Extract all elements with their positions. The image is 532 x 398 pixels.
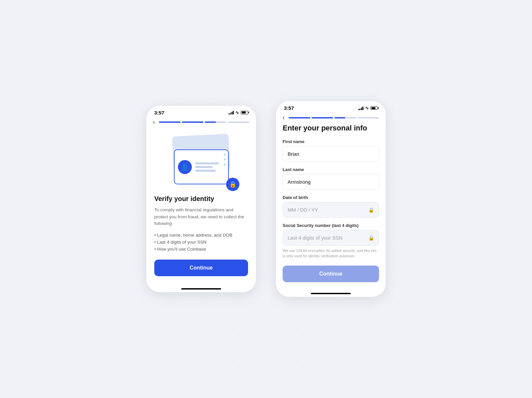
id-line-3 bbox=[195, 170, 216, 172]
ssn-label: Social Security number (last 4 digits) bbox=[283, 223, 379, 228]
battery-icon bbox=[241, 111, 248, 114]
last-name-input[interactable]: Armstrong bbox=[283, 174, 379, 190]
continue-button-2[interactable]: Continue bbox=[283, 266, 379, 282]
checkmark-2: ✓ bbox=[223, 158, 226, 161]
dob-placeholder: MM / DD / YY bbox=[288, 207, 318, 213]
progress-seg-4 bbox=[228, 121, 249, 123]
verify-title: Verify your identity bbox=[154, 195, 248, 203]
lock-badge-icon: 🔒 bbox=[226, 178, 239, 191]
status-bar-2: 3:57 ∿ bbox=[276, 101, 386, 113]
bullet-2: • Last 4 digits of your SSN bbox=[154, 240, 248, 245]
ssn-input[interactable]: Last 4 digits of your SSN 🔒 bbox=[283, 230, 379, 246]
checkmark-1: ✓ bbox=[223, 153, 226, 156]
phone-1: 3:57 ∿ ‹ 👤 bbox=[146, 106, 256, 293]
progress-bar-1 bbox=[159, 121, 249, 123]
bullet-list: • Legal name, home address, and DOB • La… bbox=[154, 233, 248, 252]
status-bar-1: 3:57 ∿ bbox=[146, 106, 256, 117]
id-card: 👤 ✓ ✓ ✓ bbox=[174, 149, 229, 184]
signal-icon-2 bbox=[358, 106, 364, 110]
time-2: 3:57 bbox=[284, 105, 294, 111]
time-1: 3:57 bbox=[154, 110, 164, 115]
id-line-2 bbox=[195, 166, 213, 168]
progress-seg-2-3 bbox=[334, 117, 356, 118]
form-title: Enter your personal info bbox=[283, 124, 379, 132]
bullet-3: • How you'll use Coinbase bbox=[154, 247, 248, 252]
progress-seg-3 bbox=[205, 121, 226, 123]
first-name-label: First name bbox=[283, 139, 379, 144]
id-line-1 bbox=[195, 162, 219, 164]
continue-button-1[interactable]: Continue bbox=[154, 260, 248, 276]
progress-row-2: ‹ bbox=[276, 113, 386, 124]
bullet-1: • Legal name, home address, and DOB bbox=[154, 233, 248, 238]
progress-bar-2 bbox=[289, 117, 379, 118]
status-icons-2: ∿ bbox=[358, 105, 378, 110]
ssn-lock-icon: 🔒 bbox=[368, 235, 374, 241]
home-indicator-1 bbox=[181, 288, 221, 290]
security-note: We use 128-bit encryption for added secu… bbox=[283, 248, 379, 259]
phone-2: 3:57 ∿ ‹ Enter your personal info First … bbox=[276, 101, 386, 297]
progress-seg-2-4 bbox=[357, 117, 379, 118]
battery-icon-2 bbox=[370, 106, 378, 110]
wifi-icon: ∿ bbox=[235, 110, 239, 115]
progress-seg-2 bbox=[182, 121, 203, 123]
phone-1-content: Verify your identity To comply with fina… bbox=[146, 195, 256, 285]
status-icons-1: ∿ bbox=[228, 110, 248, 115]
dob-label: Date of birth bbox=[283, 195, 379, 200]
progress-row-1: ‹ bbox=[146, 117, 256, 128]
last-name-value: Armstrong bbox=[288, 179, 311, 185]
back-button-2[interactable]: ‹ bbox=[283, 114, 285, 121]
dob-lock-icon: 🔒 bbox=[368, 207, 374, 213]
progress-seg-2-1 bbox=[289, 117, 310, 118]
progress-seg-2-2 bbox=[312, 117, 333, 118]
dob-input[interactable]: MM / DD / YY 🔒 bbox=[283, 202, 379, 218]
first-name-input[interactable]: Brian bbox=[283, 146, 379, 162]
wifi-icon-2: ∿ bbox=[365, 105, 369, 110]
last-name-label: Last name bbox=[283, 167, 379, 172]
id-checkmarks: ✓ ✓ ✓ bbox=[223, 153, 226, 166]
home-indicator-2 bbox=[311, 293, 351, 294]
progress-seg-1 bbox=[159, 121, 181, 123]
signal-icon bbox=[228, 110, 234, 114]
phone-2-content: Enter your personal info First name Bria… bbox=[276, 124, 386, 289]
ssn-placeholder: Last 4 digits of your SSN bbox=[288, 235, 342, 241]
back-button-1[interactable]: ‹ bbox=[153, 119, 155, 126]
id-lines bbox=[195, 162, 225, 172]
first-name-value: Brian bbox=[288, 151, 299, 157]
checkmark-3: ✓ bbox=[223, 163, 226, 166]
illustration-area: 👤 ✓ ✓ ✓ 🔒 bbox=[146, 128, 256, 195]
id-photo-icon: 👤 bbox=[178, 160, 192, 174]
verify-description: To comply with financial regulations and… bbox=[154, 207, 248, 228]
